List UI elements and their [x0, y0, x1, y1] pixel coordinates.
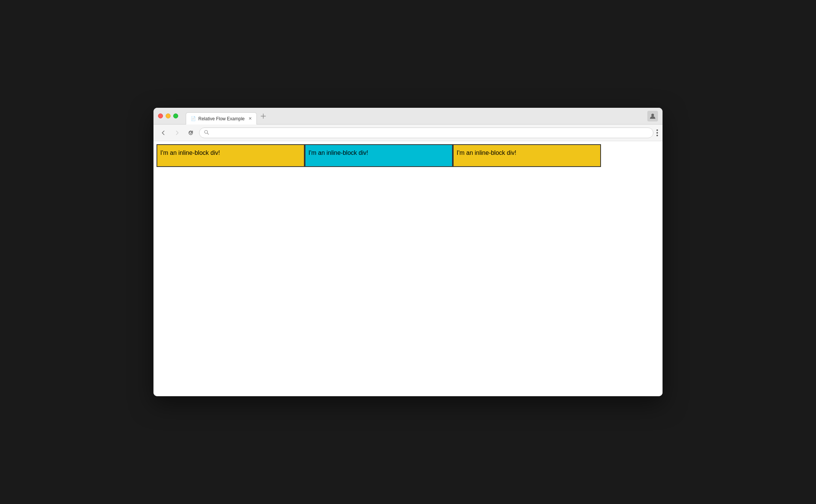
maximize-button[interactable]: [173, 113, 178, 118]
address-bar[interactable]: [199, 128, 653, 138]
back-button[interactable]: [158, 128, 169, 138]
minimize-button[interactable]: [166, 113, 171, 118]
forward-button[interactable]: [172, 128, 182, 138]
tab-close-icon[interactable]: ✕: [248, 116, 252, 121]
inline-block-div-3: I'm an inline-block div!: [453, 144, 601, 167]
svg-point-1: [205, 130, 208, 133]
reload-button[interactable]: [185, 128, 196, 138]
menu-dot-1: [656, 129, 658, 131]
browser-window: 📄 Relative Flow Example ✕: [153, 108, 663, 396]
page-content: I'm an inline-block div! I'm an inline-b…: [153, 141, 663, 396]
div-2-text: I'm an inline-block div!: [308, 150, 368, 156]
tab-title: Relative Flow Example: [198, 116, 245, 121]
tabs-area: 📄 Relative Flow Example ✕: [186, 108, 269, 124]
inline-block-div-1: I'm an inline-block div!: [157, 144, 305, 167]
nav-bar: [153, 124, 663, 141]
new-tab-button[interactable]: [258, 111, 269, 121]
active-tab[interactable]: 📄 Relative Flow Example ✕: [186, 112, 257, 124]
menu-dot-2: [656, 132, 658, 134]
tab-page-icon: 📄: [191, 116, 196, 121]
traffic-lights: [158, 113, 178, 118]
div-1-text: I'm an inline-block div!: [160, 150, 220, 156]
menu-dot-3: [656, 135, 658, 136]
url-input[interactable]: [211, 130, 648, 135]
browser-menu-button[interactable]: [656, 129, 658, 136]
profile-icon[interactable]: [647, 111, 658, 121]
close-button[interactable]: [158, 113, 163, 118]
search-icon: [204, 130, 209, 136]
div-3-text: I'm an inline-block div!: [457, 150, 516, 156]
svg-point-0: [652, 113, 654, 116]
title-bar: 📄 Relative Flow Example ✕: [153, 108, 663, 124]
inline-block-container: I'm an inline-block div! I'm an inline-b…: [157, 144, 659, 167]
inline-block-div-2: I'm an inline-block div!: [305, 144, 453, 167]
